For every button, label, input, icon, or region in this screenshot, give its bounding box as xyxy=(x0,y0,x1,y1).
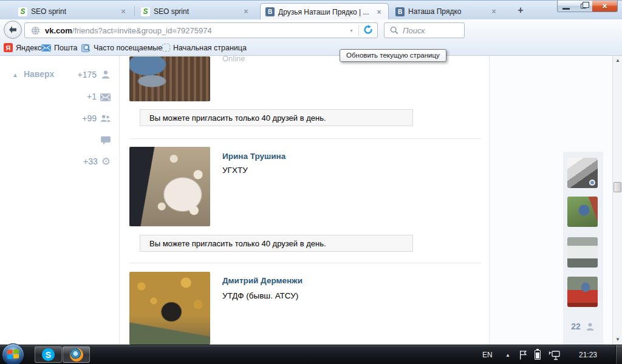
invited-photo[interactable] xyxy=(567,237,598,268)
up-arrow-icon: ▲ xyxy=(12,72,18,78)
browser-window: S SEO sprint × S SEO sprint × В Друзья Н… xyxy=(0,0,622,364)
bookmark-label: Часто посещаемые xyxy=(94,44,162,52)
mail-envelope-icon xyxy=(41,43,51,53)
tab-seo-sprint-1[interactable]: S SEO sprint × xyxy=(13,3,132,20)
person-icon xyxy=(100,70,111,79)
friend-university: УТДФ (бывш. АТСУ) xyxy=(222,291,298,300)
skype-taskbar-button[interactable]: S xyxy=(35,346,62,363)
invite-limit-message: Вы можете пригласить только 40 друзей в … xyxy=(140,235,413,252)
seo-sprint-favicon: S xyxy=(141,7,150,16)
friend-name-link[interactable]: Дмитрий Дерменжи xyxy=(222,276,302,285)
tab-title: Друзья Наташи Прядко | ... xyxy=(278,8,371,16)
groups-counter[interactable]: +99 xyxy=(36,113,111,124)
settings-counter[interactable]: +33 ⚙ xyxy=(36,156,111,167)
minimize-button[interactable] xyxy=(557,1,575,12)
invited-photo[interactable] xyxy=(567,277,598,307)
url-bar[interactable]: vk.com/friends?act=invite&group_id=79275… xyxy=(24,22,378,38)
groups-icon xyxy=(100,113,111,123)
scroll-up-icon[interactable]: ▲ xyxy=(613,58,622,63)
vk-favicon: В xyxy=(395,7,405,16)
tray-expand-icon[interactable]: ▲ xyxy=(505,345,510,364)
bookmarks-toolbar: Я Яндекс Пошта Часто посещаемые xyxy=(0,40,622,56)
content-left-border xyxy=(119,56,120,345)
comments-counter[interactable] xyxy=(36,135,111,146)
back-button[interactable] xyxy=(4,21,22,39)
friend-name-link[interactable]: Ирина Трушина xyxy=(222,152,285,161)
battery-button[interactable] xyxy=(535,345,541,364)
navigation-toolbar: vk.com/friends?act=invite&group_id=79275… xyxy=(0,19,622,40)
bookmark-label: Яндекс xyxy=(16,44,41,52)
reload-icon xyxy=(363,25,373,35)
network-button[interactable] xyxy=(549,345,561,364)
search-box xyxy=(384,22,465,38)
url-path: /friends?act=invite&group_id=79275974 xyxy=(72,26,344,35)
url-domain: vk.com xyxy=(45,26,72,35)
vk-friends-page: ▲Наверх +175 +1 +99 +33 ⚙ xyxy=(0,56,622,345)
close-icon: ✕ xyxy=(602,2,607,10)
start-button[interactable] xyxy=(2,343,24,364)
bookmark-mail[interactable]: Пошта xyxy=(39,40,80,55)
bookmark-home-page[interactable]: Начальная страница xyxy=(160,40,249,55)
firefox-icon xyxy=(70,348,83,362)
close-icon[interactable]: × xyxy=(119,7,128,16)
magnifier-tile-icon xyxy=(81,43,91,53)
bookmark-frequent[interactable]: Часто посещаемые xyxy=(78,40,165,55)
close-icon[interactable]: × xyxy=(490,7,498,16)
gear-icon: ⚙ xyxy=(101,157,111,166)
firefox-taskbar-button[interactable] xyxy=(63,346,90,363)
tab-vk-profile[interactable]: В Наташа Прядко × xyxy=(391,3,503,20)
maximize-button[interactable] xyxy=(575,1,593,12)
friends-count: +175 xyxy=(77,70,97,79)
list-separator xyxy=(129,263,481,263)
invite-limit-text: Вы можете пригласить только 40 друзей в … xyxy=(149,239,326,248)
messages-counter[interactable]: +1 xyxy=(36,91,111,102)
action-center-button[interactable] xyxy=(519,345,528,364)
dashed-placeholder-icon xyxy=(162,44,170,52)
messages-count: +1 xyxy=(87,92,97,101)
friends-counter[interactable]: +175 xyxy=(36,69,111,80)
battery-icon xyxy=(535,350,541,360)
tab-title: SEO sprint xyxy=(154,7,238,16)
friend-university: УГХТУ xyxy=(222,166,248,175)
reload-button[interactable] xyxy=(359,25,377,36)
yandex-icon: Я xyxy=(4,43,13,52)
envelope-icon xyxy=(100,92,111,101)
bookmark-yandex[interactable]: Я Яндекс xyxy=(1,40,44,55)
restore-icon xyxy=(581,4,586,8)
scroll-down-icon[interactable]: ▼ xyxy=(613,337,622,342)
tab-vk-friends-active[interactable]: В Друзья Наташи Прядко | ... × xyxy=(260,3,389,20)
list-separator xyxy=(129,138,481,139)
vk-favicon: В xyxy=(265,7,275,16)
flag-icon xyxy=(519,350,528,360)
close-icon[interactable]: × xyxy=(242,7,250,16)
back-arrow-icon xyxy=(8,25,18,34)
friend-photo[interactable] xyxy=(129,272,210,345)
online-status: Online xyxy=(222,56,245,63)
scrollbar-thumb[interactable] xyxy=(613,182,621,192)
invited-photo[interactable] xyxy=(567,197,598,227)
close-button[interactable]: ✕ xyxy=(592,1,618,12)
invited-friends-panel: 22 xyxy=(563,152,603,345)
language-indicator[interactable]: EN xyxy=(482,345,493,364)
new-tab-button[interactable]: + xyxy=(513,5,528,16)
taskbar: S EN ▲ 21:23 xyxy=(0,345,622,364)
scrollbar[interactable]: ▲ ▼ xyxy=(612,56,622,345)
speech-bubble-icon xyxy=(100,135,111,145)
skype-icon: S xyxy=(42,348,55,361)
taskbar-clock[interactable]: 21:23 xyxy=(570,345,606,364)
tab-bar: S SEO sprint × S SEO sprint × В Друзья Н… xyxy=(0,0,622,19)
bookmark-label: Пошта xyxy=(54,44,78,52)
close-icon[interactable]: × xyxy=(375,8,383,16)
invite-limit-message: Вы можете пригласить только 40 друзей в … xyxy=(140,109,413,126)
friend-photo[interactable] xyxy=(129,147,210,226)
friend-photo[interactable] xyxy=(129,56,210,101)
invite-limit-text: Вы можете пригласить только 40 друзей в … xyxy=(149,113,326,123)
network-icon xyxy=(549,350,561,360)
search-input[interactable] xyxy=(403,26,457,35)
tab-seo-sprint-2[interactable]: S SEO sprint × xyxy=(136,3,255,20)
tab-separator xyxy=(134,6,135,16)
urlbar-dropdown-icon[interactable]: ▼ xyxy=(344,29,358,33)
invited-count-row: 22 xyxy=(563,322,603,331)
show-desktop-button[interactable] xyxy=(615,345,622,364)
search-icon xyxy=(390,26,398,35)
